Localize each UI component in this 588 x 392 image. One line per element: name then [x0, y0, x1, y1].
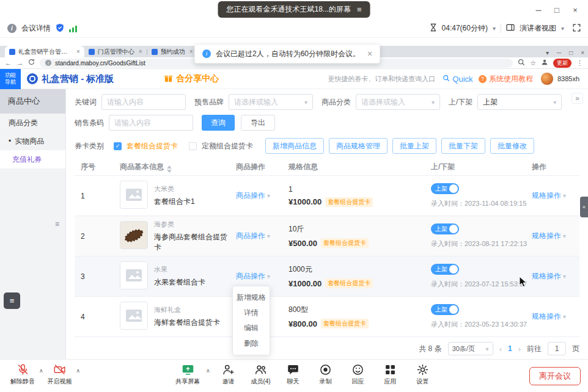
- next-page-icon[interactable]: ›: [518, 344, 521, 354]
- checkbox-combo-card[interactable]: ✓: [114, 142, 122, 150]
- back-icon[interactable]: ←: [5, 60, 12, 67]
- search-button[interactable]: 查询: [202, 115, 235, 131]
- spec-action-dropdown[interactable]: 规格操作▾: [532, 231, 566, 241]
- chat-button[interactable]: 聊天: [279, 363, 307, 386]
- checkbox-fixed-card-label[interactable]: 定额组合提货卡: [202, 141, 253, 151]
- share-options-icon[interactable]: ∧: [206, 368, 210, 374]
- goods-action-dropdown[interactable]: 商品操作▾: [236, 191, 270, 201]
- sidebar-collapse-icon[interactable]: ≡: [55, 220, 59, 228]
- sidebar-item-recharge-coupon[interactable]: 充值礼券: [0, 150, 65, 169]
- forward-icon[interactable]: →: [17, 60, 23, 67]
- barcode-input[interactable]: 请输入内容: [109, 115, 193, 131]
- minimize-icon[interactable]: ─: [529, 2, 548, 17]
- browser-tab-active[interactable]: 礼盒营销平台管理中心 ×: [5, 46, 84, 57]
- shelf-toggle[interactable]: 上架: [431, 304, 459, 315]
- menu-item-delete[interactable]: 删除: [233, 336, 270, 351]
- sidebar-section-goods-center[interactable]: 商品中心: [0, 89, 65, 114]
- spec-manage-button[interactable]: 商品规格管理: [329, 138, 388, 154]
- maximize-icon[interactable]: □: [548, 2, 566, 17]
- timer-caret-icon[interactable]: ▾: [493, 25, 496, 32]
- refresh-icon[interactable]: [28, 59, 35, 67]
- batch-onshelf-button[interactable]: 批量上架: [392, 138, 436, 154]
- page-size-select[interactable]: 30条/页 ▾: [448, 342, 493, 355]
- bookmark-star-icon[interactable]: ☆: [530, 60, 536, 67]
- menu-item-add-spec[interactable]: 新增规格: [233, 290, 270, 305]
- menu-item-detail[interactable]: 详情: [233, 305, 270, 321]
- prev-page-icon[interactable]: ‹: [499, 344, 502, 354]
- username[interactable]: 8385xh: [557, 75, 579, 82]
- goods-category: 海参类: [154, 220, 230, 229]
- shelf-toggle[interactable]: 上架: [431, 223, 459, 234]
- tab-close-icon[interactable]: ×: [76, 48, 80, 55]
- goods-action-dropdown-open[interactable]: 商品操作▾: [236, 271, 270, 281]
- browser-maximize-icon[interactable]: □: [569, 49, 573, 56]
- share-center-link[interactable]: 合分享中心: [164, 73, 219, 84]
- banner-menu-icon[interactable]: ≡: [357, 5, 362, 14]
- start-video-button[interactable]: 开启视频: [46, 363, 74, 386]
- user-avatar[interactable]: [540, 72, 554, 85]
- right-panel-expand-icon[interactable]: «: [580, 197, 588, 217]
- sidebar-item-physical-goods[interactable]: • 实物商品: [0, 132, 65, 150]
- view-mode-label[interactable]: 演讲者视图: [520, 23, 556, 34]
- tab-close-icon[interactable]: ×: [189, 48, 193, 55]
- shelf-toggle[interactable]: 上架: [431, 183, 459, 194]
- close-icon[interactable]: ×: [566, 2, 584, 17]
- network-signal-icon[interactable]: [69, 25, 77, 32]
- keyword-input[interactable]: 请输入内容: [101, 94, 186, 110]
- spec-action-dropdown[interactable]: 规格操作▾: [532, 271, 566, 281]
- chevron-down-icon: ▾: [563, 273, 566, 280]
- reaction-button[interactable]: 回应: [344, 363, 372, 386]
- browser-tab[interactable]: 门店管理中心 ×: [84, 46, 147, 57]
- function-nav-button[interactable]: 功能 导航: [0, 69, 21, 89]
- category-select[interactable]: 请选择或输入 ▾: [356, 94, 440, 110]
- brand-select[interactable]: 请选择或输入 ▾: [229, 94, 313, 110]
- spec-action-dropdown[interactable]: 规格操作▾: [532, 191, 566, 201]
- checkbox-combo-card-label[interactable]: 套餐组合提货卡: [127, 141, 178, 151]
- sort-icon[interactable]: [167, 165, 172, 173]
- zoom-search-icon[interactable]: [518, 59, 525, 68]
- mic-options-icon[interactable]: ∧: [39, 368, 43, 374]
- shelf-select[interactable]: 上架 ▾: [477, 94, 562, 110]
- filter-collapse-icon[interactable]: »: [571, 93, 583, 104]
- tab-list-caret-icon[interactable]: ▾: [546, 49, 549, 56]
- sidebar-item-goods-category[interactable]: 商品分类: [0, 114, 65, 132]
- apps-button[interactable]: 应用: [377, 363, 405, 386]
- view-caret-icon[interactable]: ▾: [561, 25, 564, 32]
- goods-action-dropdown[interactable]: 商品操作▾: [236, 231, 270, 241]
- site-info-icon[interactable]: i: [45, 60, 51, 66]
- invite-button[interactable]: 邀请: [215, 363, 243, 386]
- add-goods-button[interactable]: 新增商品信息: [265, 138, 324, 154]
- meeting-info-icon[interactable]: i: [7, 24, 17, 33]
- export-button[interactable]: 导出: [241, 115, 275, 131]
- browser-update-button[interactable]: 更新: [553, 59, 571, 68]
- meeting-details-label[interactable]: 会议详情: [21, 23, 51, 34]
- settings-button[interactable]: 设置: [409, 363, 437, 386]
- leave-meeting-button[interactable]: 离开会议: [529, 367, 581, 385]
- current-page[interactable]: 1: [508, 344, 512, 353]
- toggle-knob: [449, 184, 458, 193]
- meeting-panel-button[interactable]: ≡: [4, 292, 20, 309]
- spec-action-dropdown[interactable]: 规格操作▾: [532, 311, 566, 322]
- security-shield-icon[interactable]: [56, 23, 64, 34]
- shelf-toggle[interactable]: 上架: [431, 264, 459, 275]
- toast-close-icon[interactable]: ×: [367, 49, 372, 59]
- members-button[interactable]: 成员(4): [247, 363, 275, 386]
- quick-search-link[interactable]: Quick: [443, 74, 472, 84]
- record-button[interactable]: 录制: [312, 363, 340, 386]
- video-options-icon[interactable]: ∧: [76, 368, 81, 374]
- tutorial-link[interactable]: ? 系统使用教程: [479, 74, 533, 84]
- browser-close-icon[interactable]: ×: [581, 49, 584, 56]
- profile-icon[interactable]: [541, 59, 548, 68]
- browser-minimize-icon[interactable]: ─: [557, 49, 561, 56]
- goto-page-input[interactable]: 1: [548, 342, 566, 355]
- batch-edit-button[interactable]: 批量修改: [490, 138, 534, 154]
- menu-item-edit[interactable]: 编辑: [233, 321, 270, 336]
- browser-menu-icon[interactable]: ⋮: [576, 59, 583, 67]
- checkbox-fixed-card[interactable]: [189, 142, 197, 150]
- fullscreen-icon[interactable]: [573, 24, 581, 34]
- browser-tab[interactable]: 预约成功 ×: [147, 46, 197, 57]
- share-screen-button[interactable]: 共享屏幕: [174, 363, 202, 386]
- unmute-button[interactable]: 解除静音: [9, 363, 37, 386]
- tab-close-icon[interactable]: ×: [139, 48, 142, 55]
- batch-offshelf-button[interactable]: 批量下架: [441, 138, 485, 154]
